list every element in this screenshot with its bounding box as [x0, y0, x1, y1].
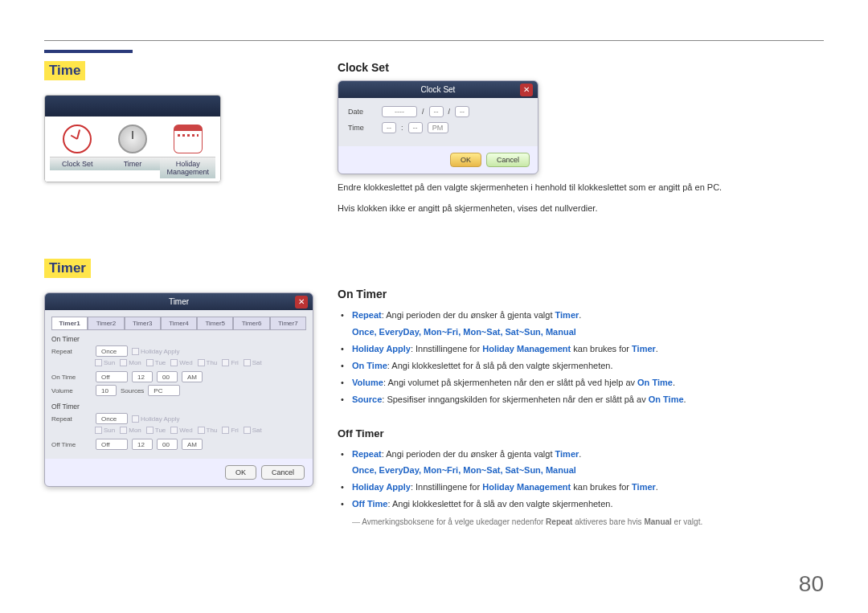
on-time-onoff[interactable]: Off [96, 371, 128, 382]
close-icon[interactable]: ✕ [295, 296, 308, 309]
date-label: Date [348, 108, 377, 116]
off-repeat-label: Repeat [51, 415, 92, 423]
on-ampm[interactable]: AM [182, 371, 203, 382]
tab-timer2[interactable]: Timer2 [88, 317, 124, 330]
list-item: On Time: Angi klokkeslettet for å slå på… [352, 358, 824, 374]
day-fri[interactable]: Fri [222, 359, 238, 366]
timer-dialog-title: Timer ✕ [45, 293, 313, 310]
holiday-apply-check[interactable]: Holiday Apply [132, 348, 179, 355]
off-min[interactable]: 00 [157, 439, 178, 450]
clock-set-title: Clock Set ✕ [338, 81, 538, 98]
tab-timer5[interactable]: Timer5 [197, 317, 233, 330]
clock-set-dialog: Clock Set ✕ Date ----/ --/ -- Time --: [338, 80, 538, 174]
date-month[interactable]: -- [429, 106, 444, 117]
tab-timer3[interactable]: Timer3 [125, 317, 161, 330]
off-day-fri[interactable]: Fri [222, 427, 238, 434]
heading-time: Time [44, 61, 85, 80]
timer-tabs: Timer1 Timer2 Timer3 Timer4 Timer5 Timer… [51, 317, 306, 330]
section-time: Time Clock Set Timer [44, 61, 309, 182]
timer-button[interactable]: Timer [105, 125, 161, 178]
section-on-off-timer: On Timer Repeat: Angi perioden der du øn… [338, 288, 824, 526]
off-timer-days: Sun Mon Tue Wed Thu Fri Sat [95, 427, 306, 434]
tab-timer1[interactable]: Timer1 [51, 317, 88, 330]
off-holiday-apply-check[interactable]: Holiday Apply [132, 415, 179, 423]
off-day-wed[interactable]: Wed [170, 427, 192, 434]
list-item: Volume: Angi volumet på skjermenheten nå… [352, 374, 824, 391]
on-hour[interactable]: 12 [132, 371, 153, 382]
off-hour[interactable]: 12 [132, 439, 153, 450]
heading-on-timer: On Timer [338, 288, 824, 300]
day-sat[interactable]: Sat [244, 359, 262, 366]
day-mon[interactable]: Mon [120, 359, 141, 366]
timer-label: Timer [105, 157, 161, 170]
off-timer-bullets: Repeat: Angi perioden der du ønsker å gj… [338, 446, 824, 513]
clock-cancel-button[interactable]: Cancel [486, 153, 530, 167]
off-day-thu[interactable]: Thu [198, 427, 218, 434]
list-item: Repeat: Angi perioden der du ønsker å gj… [352, 307, 824, 341]
tab-timer4[interactable]: Timer4 [161, 317, 197, 330]
off-time-label: Off Time [51, 441, 92, 448]
timer-dialog-title-text: Timer [169, 297, 189, 306]
clock-set-label: Clock Set [50, 157, 105, 170]
off-day-tue[interactable]: Tue [146, 427, 166, 434]
page-number: 80 [799, 571, 824, 597]
list-item: Holiday Apply: Innstillingene for Holida… [352, 341, 824, 358]
day-sun[interactable]: Sun [95, 359, 115, 366]
off-repeat-select[interactable]: Once [96, 413, 128, 424]
clockset-para-1: Endre klokkeslettet på den valgte skjerm… [338, 181, 824, 195]
heading-timer: Timer [44, 259, 91, 278]
timer-ok-button[interactable]: OK [225, 465, 256, 480]
on-timer-days: Sun Mon Tue Wed Thu Fri Sat [95, 359, 306, 366]
clock-set-title-text: Clock Set [421, 85, 456, 94]
holiday-apply-label: Holiday Apply [141, 348, 179, 355]
volume-select[interactable]: 10 [96, 385, 117, 396]
repeat-select[interactable]: Once [96, 345, 128, 357]
time-hour[interactable]: -- [382, 122, 396, 133]
section-clock-set: Clock Set Clock Set ✕ Date ----/ --/ -- [338, 61, 824, 215]
close-icon[interactable]: ✕ [520, 84, 533, 96]
holiday-label: Holiday Management [160, 157, 215, 178]
day-wed[interactable]: Wed [170, 359, 192, 366]
date-day[interactable]: -- [455, 106, 469, 117]
tab-timer6[interactable]: Timer6 [233, 317, 269, 330]
stopwatch-icon [118, 125, 147, 153]
timer-cancel-button[interactable]: Cancel [261, 465, 305, 480]
off-ampm[interactable]: AM [182, 439, 203, 450]
footnote: Avmerkingsboksene for å velge ukedager n… [352, 517, 824, 526]
on-timer-group-label: On Timer [51, 335, 306, 343]
time-label: Time [348, 124, 377, 132]
clockset-para-2: Hvis klokken ikke er angitt på skjermenh… [338, 202, 824, 216]
off-day-sun[interactable]: Sun [95, 427, 115, 434]
volume-label: Volume [51, 387, 92, 394]
off-day-sat[interactable]: Sat [244, 427, 262, 434]
time-ampm[interactable]: PM [428, 122, 448, 133]
calendar-icon [174, 125, 203, 153]
off-time-onoff[interactable]: Off [96, 439, 128, 450]
time-icons-panel: Clock Set Timer Holiday Management [44, 95, 221, 182]
heading-clock-set: Clock Set [338, 61, 824, 74]
section-timer: Timer Timer ✕ Timer1 Timer2 Timer3 Timer… [44, 259, 309, 487]
clock-icon [63, 125, 92, 153]
timer-dialog: Timer ✕ Timer1 Timer2 Timer3 Timer4 Time… [44, 292, 313, 487]
date-year[interactable]: ---- [382, 106, 417, 117]
list-item: Off Time: Angi klokkeslettet for å slå a… [352, 496, 824, 513]
list-item: Holiday Apply: Innstillingene for Holida… [352, 479, 824, 496]
sources-label: Sources [121, 387, 144, 394]
tab-timer7[interactable]: Timer7 [270, 317, 306, 330]
repeat-label: Repeat [51, 348, 92, 355]
on-time-label: On Time [51, 374, 92, 381]
time-min[interactable]: -- [408, 122, 423, 133]
on-min[interactable]: 00 [157, 371, 178, 382]
list-item: Repeat: Angi perioden der du ønsker å gj… [352, 446, 824, 480]
day-tue[interactable]: Tue [146, 359, 166, 366]
day-thu[interactable]: Thu [198, 359, 218, 366]
heading-off-timer: Off Timer [338, 427, 824, 439]
off-day-mon[interactable]: Mon [120, 427, 141, 434]
clock-set-button[interactable]: Clock Set [50, 125, 105, 178]
off-timer-group-label: Off Timer [51, 403, 306, 411]
holiday-management-button[interactable]: Holiday Management [160, 125, 215, 178]
header-accent-bar [44, 50, 133, 53]
list-item: Source: Spesifiser inngangskilden for sk… [352, 391, 824, 408]
sources-select[interactable]: PC [148, 385, 180, 396]
clock-ok-button[interactable]: OK [450, 153, 481, 167]
